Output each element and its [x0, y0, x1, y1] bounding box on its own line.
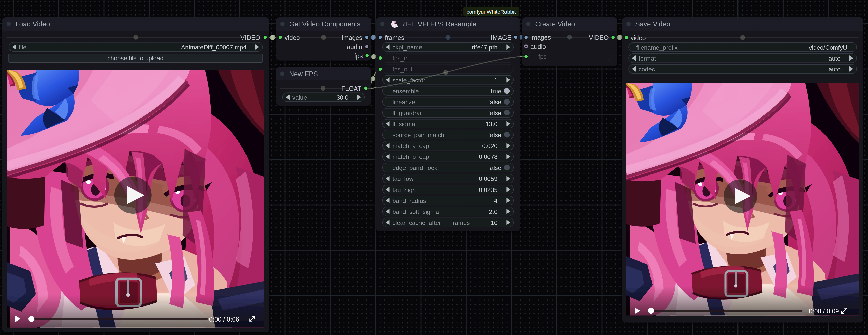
- svg-text:lf_sigma: lf_sigma: [393, 121, 415, 127]
- svg-text:false: false: [489, 110, 501, 117]
- svg-text:source_pair_match: source_pair_match: [393, 131, 444, 139]
- svg-text:fps: fps: [354, 52, 363, 60]
- svg-text:clear_cache_after_n_frames: clear_cache_after_n_frames: [393, 219, 470, 226]
- svg-text:band_radius: band_radius: [393, 197, 426, 204]
- svg-text:value: value: [292, 94, 307, 101]
- svg-text:Get Video Components: Get Video Components: [289, 20, 361, 28]
- svg-text:ckpt_name: ckpt_name: [393, 44, 422, 51]
- svg-text:auto: auto: [829, 66, 840, 73]
- svg-text:0:00 / 0:06: 0:00 / 0:06: [209, 316, 239, 323]
- svg-text:true: true: [491, 88, 501, 95]
- svg-text:auto: auto: [829, 55, 840, 62]
- svg-text:comfyui-WhiteRabbit: comfyui-WhiteRabbit: [467, 9, 516, 15]
- svg-text:format: format: [639, 55, 656, 62]
- svg-text:scale_factor: scale_factor: [393, 77, 425, 84]
- svg-text:0.0059: 0.0059: [479, 175, 497, 182]
- svg-text:0:00 / 0:09: 0:00 / 0:09: [809, 307, 839, 315]
- svg-text:tau_high: tau_high: [393, 186, 416, 193]
- svg-text:0.0078: 0.0078: [479, 153, 497, 160]
- svg-text:0.020: 0.020: [482, 143, 497, 149]
- svg-text:fps_in: fps_in: [393, 55, 409, 62]
- svg-text:4: 4: [494, 197, 497, 204]
- svg-text:lf_guardrail: lf_guardrail: [393, 110, 423, 117]
- svg-text:false: false: [489, 164, 501, 171]
- svg-text:choose file to upload: choose file to upload: [107, 55, 163, 62]
- svg-text:Load Video: Load Video: [16, 20, 50, 28]
- svg-text:rife47.pth: rife47.pth: [472, 44, 497, 51]
- svg-text:false: false: [489, 131, 501, 139]
- svg-text:video/ComfyUI: video/ComfyUI: [809, 44, 849, 51]
- svg-text:10: 10: [491, 219, 498, 226]
- svg-text:Save Video: Save Video: [635, 20, 670, 28]
- svg-text:fps_out: fps_out: [393, 66, 413, 73]
- svg-text:RIFE VFI FPS Resample: RIFE VFI FPS Resample: [400, 20, 476, 28]
- svg-text:tau_low: tau_low: [393, 175, 414, 182]
- svg-text:1: 1: [494, 77, 497, 84]
- svg-text:linearize: linearize: [393, 99, 415, 105]
- svg-text:file: file: [19, 44, 27, 51]
- svg-text:audio: audio: [530, 43, 546, 50]
- svg-text:13.0: 13.0: [486, 121, 498, 127]
- svg-text:edge_band_lock: edge_band_lock: [393, 164, 438, 171]
- svg-text:match_a_cap: match_a_cap: [393, 143, 429, 149]
- svg-text:audio: audio: [347, 43, 362, 50]
- svg-text:2.0: 2.0: [489, 208, 497, 215]
- svg-text:AnimateDiff_00007.mp4: AnimateDiff_00007.mp4: [181, 44, 247, 51]
- svg-text:match_b_cap: match_b_cap: [393, 153, 429, 160]
- svg-text:Create Video: Create Video: [535, 20, 575, 28]
- svg-text:30.0: 30.0: [337, 94, 348, 101]
- svg-text:codec: codec: [639, 66, 655, 73]
- svg-text:New FPS: New FPS: [289, 70, 318, 78]
- svg-text:filename_prefix: filename_prefix: [636, 44, 678, 51]
- svg-text:fps: fps: [538, 53, 547, 60]
- svg-text:band_soft_sigma: band_soft_sigma: [393, 208, 439, 215]
- svg-text:false: false: [489, 99, 501, 105]
- svg-text:0.0235: 0.0235: [479, 186, 497, 193]
- svg-text:ensemble: ensemble: [393, 88, 419, 95]
